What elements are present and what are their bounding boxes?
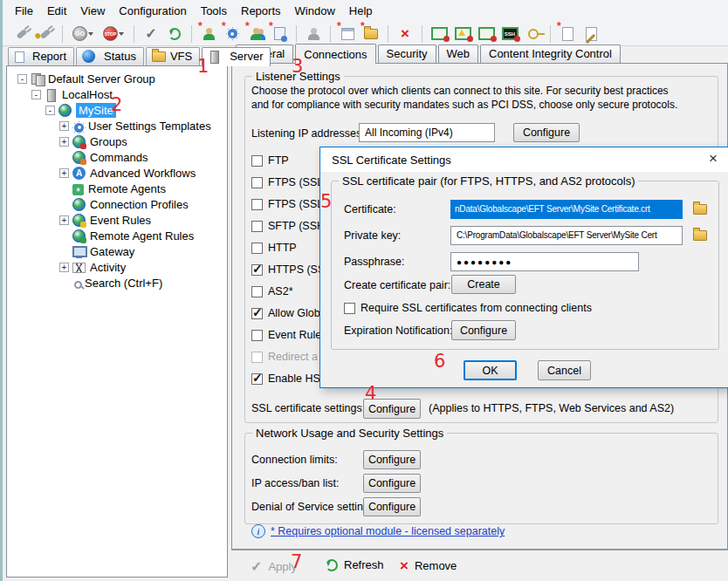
pgp-key-button[interactable] xyxy=(523,24,544,44)
certificate-browse-button[interactable] xyxy=(690,202,710,217)
private-key-field[interactable]: C:\ProgramData\Globalscape\EFT Server\My… xyxy=(450,226,683,245)
protocol-ftp[interactable]: FTP xyxy=(251,154,289,167)
tab-vfs[interactable]: VFS xyxy=(146,47,200,65)
edit-report-button[interactable] xyxy=(580,24,601,44)
tree-item-user-settings-templates[interactable]: +User Settings Templates xyxy=(7,118,227,133)
info-icon xyxy=(251,524,265,538)
allow-global-checkbox[interactable] xyxy=(251,308,263,319)
tree-item-groups[interactable]: +Groups xyxy=(7,133,227,149)
new-event-rule-button[interactable]: * xyxy=(337,24,358,44)
enable-hsts-option[interactable]: Enable HS xyxy=(251,372,320,386)
ftps-checkbox[interactable] xyxy=(251,199,263,210)
tree-item-commands[interactable]: Commands xyxy=(7,149,227,165)
menu-file[interactable]: File xyxy=(8,1,40,21)
protocol-https[interactable]: HTTPS (SS xyxy=(251,263,325,277)
private-key-browse-button[interactable] xyxy=(690,228,710,243)
protocol-ftps-2[interactable]: FTPS (SSL xyxy=(251,197,323,211)
disconnect-button[interactable] xyxy=(35,24,56,44)
close-icon[interactable]: × xyxy=(702,149,725,168)
stop-server-button[interactable]: STOP xyxy=(100,24,127,44)
passphrase-field[interactable]: ●●●●●●●● xyxy=(450,252,639,271)
tree-item-default-server-group[interactable]: -Default Server Group xyxy=(7,71,227,86)
menu-tools[interactable]: Tools xyxy=(194,1,234,21)
enable-hsts-checkbox[interactable] xyxy=(251,373,263,385)
certificate-manager-button[interactable] xyxy=(476,24,497,44)
listening-ip-field[interactable]: All Incoming (IPv4) xyxy=(359,123,495,142)
as2-checkbox[interactable] xyxy=(251,286,263,297)
menu-window[interactable]: Window xyxy=(288,1,342,21)
refresh-toolbar-button[interactable] xyxy=(164,24,185,44)
menu-view[interactable]: View xyxy=(73,1,112,21)
connection-limits-configure-button[interactable]: Configure xyxy=(363,450,421,469)
menu-edit[interactable]: Edit xyxy=(40,1,73,21)
require-ssl-checkbox[interactable] xyxy=(344,303,355,314)
tree-item-advanced-workflows[interactable]: +Advanced Workflows xyxy=(7,165,227,181)
menu-configuration[interactable]: Configuration xyxy=(112,1,193,21)
remove-button[interactable]: ×Remove xyxy=(400,558,457,573)
annotation-5: 5 xyxy=(320,193,332,211)
protocol-ftps-1[interactable]: FTPS (SSL xyxy=(251,175,323,189)
edit-doc-icon xyxy=(586,27,597,41)
menu-help[interactable]: Help xyxy=(342,1,380,21)
requires-module-link[interactable]: * Requires optional module - licensed se… xyxy=(271,525,505,537)
apply-toolbar-button[interactable]: ✓ xyxy=(141,24,161,44)
tab-security[interactable]: Security xyxy=(378,44,436,63)
new-folder-button[interactable]: * xyxy=(361,24,381,44)
ftps-checkbox[interactable] xyxy=(251,177,263,188)
apply-button: ✓Apply xyxy=(251,558,297,575)
delete-button[interactable]: × xyxy=(395,24,416,44)
tree-item-connection-profiles[interactable]: Connection Profiles xyxy=(7,196,227,212)
new-settings-template-button[interactable]: * xyxy=(222,24,243,44)
create-button[interactable]: Create xyxy=(451,275,516,294)
tab-web[interactable]: Web xyxy=(438,44,479,63)
connection-profiles-icon xyxy=(72,198,86,211)
ssl-pair-group-title: SSL certificate pair (for FTPS, HTTPS, a… xyxy=(339,174,638,188)
new-user-icon xyxy=(203,28,215,40)
certificate-warning-button[interactable] xyxy=(452,24,473,44)
sftp-checkbox[interactable] xyxy=(251,221,263,232)
event-rule-option[interactable]: Event Rule xyxy=(251,328,321,342)
http-checkbox[interactable] xyxy=(251,243,263,254)
event-rule-checkbox[interactable] xyxy=(251,330,263,341)
https-checkbox[interactable] xyxy=(251,264,263,276)
new-group-button[interactable]: * xyxy=(245,24,266,44)
tree-item-remote-agents[interactable]: Remote Agents xyxy=(7,181,227,196)
ftp-checkbox[interactable] xyxy=(251,155,263,167)
new-command-button[interactable]: * xyxy=(269,24,290,44)
cancel-button[interactable]: Cancel xyxy=(538,360,591,380)
protocol-http[interactable]: HTTP xyxy=(251,241,297,255)
ok-button[interactable]: OK xyxy=(464,360,517,380)
tab-content-integrity-control[interactable]: Content Integrity Control xyxy=(480,44,621,63)
tree-item-gateway[interactable]: Gateway xyxy=(7,243,227,259)
ip-access-configure-button[interactable]: Configure xyxy=(363,474,421,493)
tab-server[interactable]: Server xyxy=(202,47,271,66)
listening-ip-configure-button[interactable]: Configure xyxy=(513,123,580,142)
menu-reports[interactable]: Reports xyxy=(234,1,288,21)
certificate-field[interactable]: nData\Globalscape\EFT Server\MySite Cert… xyxy=(450,200,683,219)
tree-item-activity[interactable]: +Activity xyxy=(7,259,227,275)
refresh-button[interactable]: Refresh xyxy=(326,558,384,571)
tab-status[interactable]: Status xyxy=(76,47,144,65)
tab-report[interactable]: Report xyxy=(8,47,74,65)
report-icon xyxy=(15,51,24,63)
ssh-key-button[interactable]: SSH xyxy=(499,24,520,44)
tree-item-remote-agent-rules[interactable]: Remote Agent Rules xyxy=(7,228,227,243)
protocol-as2[interactable]: AS2* xyxy=(251,284,293,298)
new-report-button[interactable]: * xyxy=(557,24,578,44)
folder-browse-icon xyxy=(693,230,707,241)
dialog-titlebar[interactable]: SSL Certificate Settings × xyxy=(320,147,728,172)
expiration-configure-button[interactable]: Configure xyxy=(451,320,516,340)
ssl-certificate-button[interactable] xyxy=(429,24,450,44)
require-ssl-option[interactable]: Require SSL certificates from connecting… xyxy=(344,301,592,315)
new-user-button[interactable]: * xyxy=(198,24,219,44)
certificate-icon xyxy=(431,27,448,40)
start-server-button[interactable]: GO xyxy=(69,24,97,44)
protocol-sftp[interactable]: SFTP (SSH xyxy=(251,219,325,233)
tree-item-event-rules[interactable]: +Event Rules xyxy=(7,212,227,228)
tree-item-search[interactable]: Search (Ctrl+F) xyxy=(7,275,227,290)
allow-global-option[interactable]: Allow Glob xyxy=(251,306,320,320)
expiration-notification-label: Expiration Notification: xyxy=(344,325,452,337)
connect-button[interactable] xyxy=(11,24,32,44)
denial-of-service-configure-button[interactable]: Configure xyxy=(363,497,421,516)
tab-connections[interactable]: Connections xyxy=(295,44,375,64)
